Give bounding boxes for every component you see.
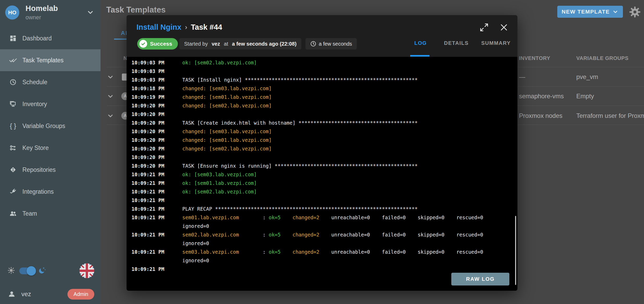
log-line: 10:09:03 PMTASK [Install nginx] ********… (127, 76, 517, 84)
log-line: 10:09:03 PMok: [sem02.lab.vezpi.com] (127, 58, 517, 67)
log-line: 10:09:21 PM (127, 265, 517, 273)
log-scrollbar[interactable] (515, 216, 516, 285)
status-badge: Success (137, 38, 178, 50)
sidebar-item-label: Team (22, 210, 37, 217)
log-line: 10:09:19 PMchanged: [sem01.lab.vezpi.com… (127, 93, 517, 101)
column-header-variable-groups: VARIABLE GROUPS (576, 55, 628, 61)
log-line: 10:09:20 PMchanged: [sem02.lab.vezpi.com… (127, 144, 517, 153)
column-header-inventory: INVENTORY (519, 55, 550, 61)
dashboard-icon (8, 33, 18, 44)
log-line: 10:09:18 PMchanged: [sem03.lab.vezpi.com… (127, 84, 517, 93)
sidebar-item-label: Dashboard (22, 35, 52, 42)
log-line: 10:09:21 PMok: [sem01.lab.vezpi.com] (127, 179, 517, 187)
check-icon (139, 40, 147, 48)
log-line: 10:09:20 PMchanged: [sem01.lab.vezpi.com… (127, 136, 517, 144)
table-cell-inventory: semaphore-vms (519, 93, 564, 100)
started-when: a few seconds ago (22:08) (232, 41, 297, 47)
active-tab-indicator (410, 55, 429, 57)
tab-log[interactable]: LOG (414, 40, 427, 46)
sidebar-item-label: Variable Groups (22, 123, 65, 130)
duration-label: a few seconds (319, 41, 352, 47)
chevron-down-icon[interactable] (107, 93, 114, 101)
clock-icon (310, 41, 316, 47)
table-cell-inventory: — (519, 73, 525, 81)
log-panel: 10:09:03 PMok: [sem02.lab.vezpi.com]10:0… (127, 57, 517, 291)
log-line: 10:09:20 PM (127, 153, 517, 162)
sidebar-item-label: Repositories (22, 166, 56, 173)
breadcrumb: Install Nginx › Task #44 (136, 23, 222, 32)
close-icon (500, 23, 508, 32)
dark-mode-toggle[interactable] (19, 267, 34, 274)
monitor-icon (8, 99, 18, 109)
sidebar-item-team[interactable]: Team (0, 203, 101, 224)
plug-icon (8, 186, 18, 197)
language-flag-uk[interactable] (79, 263, 94, 278)
sidebar-item-schedule[interactable]: Schedule (0, 71, 101, 93)
tab-details[interactable]: DETAILS (444, 40, 469, 46)
new-template-button[interactable]: NEW TEMPLATE (557, 6, 623, 18)
log-line: ignored=0 (127, 222, 517, 230)
started-info-chip: Started by vez at a few seconds ago (22:… (179, 38, 301, 50)
sidebar: HO Homelab owner Dashboard Task Template… (0, 0, 101, 304)
sun-icon (7, 266, 15, 275)
sidebar-item-variable-groups[interactable]: { } Variable Groups (0, 115, 101, 137)
sidebar-item-task-templates[interactable]: Task Templates (0, 49, 101, 71)
chevron-down-icon[interactable] (107, 73, 114, 82)
username: vez (21, 290, 31, 298)
log-line: 10:09:21 PMok: [sem03.lab.vezpi.com] (127, 170, 517, 179)
chevron-down-icon (612, 9, 618, 15)
breadcrumb-template-link[interactable]: Install Nginx (136, 23, 181, 32)
admin-badge[interactable]: Admin (67, 289, 94, 300)
task-dialog: Install Nginx › Task #44 Success Started… (127, 15, 517, 291)
close-dialog-button[interactable] (498, 22, 509, 33)
sidebar-item-dashboard[interactable]: Dashboard (0, 27, 101, 49)
log-line: 10:09:21 PMsem03.lab.vezpi.com : ok=5 ch… (127, 248, 517, 256)
sidebar-item-integrations[interactable]: Integrations (0, 181, 101, 203)
project-switcher[interactable]: HO Homelab owner (0, 0, 101, 25)
people-icon (8, 208, 18, 219)
expand-dialog-button[interactable] (479, 22, 490, 33)
page-title: Task Templates (106, 5, 166, 15)
table-cell-inventory: Proxmox nodes (519, 112, 562, 119)
log-line: 10:09:21 PM (127, 196, 517, 205)
table-cell-variable-groups: pve_vm (576, 73, 598, 81)
table-cell-variable-groups: Empty (576, 93, 594, 100)
log-line: ignored=0 (127, 239, 517, 248)
project-role: owner (26, 14, 58, 21)
sidebar-item-label: Integrations (22, 188, 54, 195)
gear-icon[interactable] (629, 6, 641, 18)
sidebar-item-inventory[interactable]: Inventory (0, 93, 101, 115)
status-label: Success (150, 41, 172, 47)
log-line: 10:09:21 PMsem02.lab.vezpi.com : ok=5 ch… (127, 230, 517, 239)
log-line: 10:09:20 PM (127, 110, 517, 119)
expand-icon (480, 23, 489, 32)
log-line: 10:09:20 PMchanged: [sem03.lab.vezpi.com… (127, 127, 517, 136)
keys-icon (8, 143, 18, 153)
new-template-label: NEW TEMPLATE (562, 9, 610, 15)
log-line: 10:09:21 PMsem01.lab.vezpi.com : ok=5 ch… (127, 213, 517, 222)
duration-chip: a few seconds (305, 38, 357, 50)
log-line: 10:09:20 PMTASK [Create index.html with … (127, 119, 517, 127)
chevron-down-icon[interactable] (107, 112, 114, 120)
project-name: Homelab (26, 4, 58, 13)
tab-summary[interactable]: SUMMARY (481, 40, 511, 46)
person-icon (8, 290, 16, 298)
sidebar-item-repositories[interactable]: Repositories (0, 159, 101, 181)
braces-icon: { } (8, 121, 18, 131)
table-cell-variable-groups: Terraform user for Proxm (576, 112, 644, 119)
raw-log-button[interactable]: RAW LOG (451, 273, 509, 285)
sidebar-item-label: Key Store (22, 144, 49, 151)
log-line: 10:09:20 PMchanged: [sem02.lab.vezpi.com… (127, 101, 517, 110)
log-line: 10:09:03 PM (127, 67, 517, 76)
sidebar-item-label: Task Templates (22, 57, 64, 64)
sidebar-item-key-store[interactable]: Key Store (0, 137, 101, 159)
sidebar-item-label: Inventory (22, 101, 47, 108)
git-icon (8, 165, 18, 175)
user-row[interactable]: vez Admin (0, 287, 101, 301)
log-line: ignored=0 (127, 256, 517, 265)
log-line: 10:09:21 PMok: [sem02.lab.vezpi.com] (127, 187, 517, 196)
double-check-icon (8, 55, 18, 65)
theme-switcher (0, 263, 101, 278)
moon-icon (38, 266, 46, 276)
sidebar-item-label: Schedule (22, 79, 47, 86)
